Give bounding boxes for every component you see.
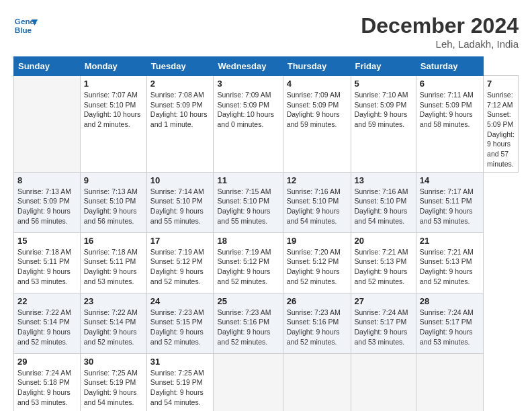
day-number: 28 <box>420 296 480 306</box>
cell-details: Sunrise: 7:08 AMSunset: 5:09 PMDaylight:… <box>150 90 210 130</box>
calendar-header-row: SundayMondayTuesdayWednesdayThursdayFrid… <box>14 57 519 76</box>
day-number: 10 <box>150 175 210 185</box>
calendar-week-1: 1Sunrise: 7:07 AMSunset: 5:10 PMDaylight… <box>14 76 519 173</box>
cell-details: Sunrise: 7:19 AMSunset: 5:12 PMDaylight:… <box>150 247 210 287</box>
title-area: December 2024 Leh, Ladakh, India <box>361 13 519 50</box>
cell-details: Sunrise: 7:09 AMSunset: 5:09 PMDaylight:… <box>287 90 347 130</box>
calendar-week-5: 29Sunrise: 7:24 AMSunset: 5:18 PMDayligh… <box>14 353 519 411</box>
cell-details: Sunrise: 7:21 AMSunset: 5:13 PMDaylight:… <box>420 247 480 287</box>
day-header-friday: Friday <box>351 57 416 76</box>
cell-details: Sunrise: 7:24 AMSunset: 5:17 PMDaylight:… <box>420 308 480 347</box>
calendar-cell: 3Sunrise: 7:09 AMSunset: 5:09 PMDaylight… <box>214 76 283 173</box>
calendar-cell: 29Sunrise: 7:24 AMSunset: 5:18 PMDayligh… <box>14 353 81 411</box>
cell-details: Sunrise: 7:23 AMSunset: 5:16 PMDaylight:… <box>287 308 347 347</box>
calendar-cell: 10Sunrise: 7:14 AMSunset: 5:10 PMDayligh… <box>146 172 214 232</box>
day-number: 7 <box>487 79 515 89</box>
cell-details: Sunrise: 7:22 AMSunset: 5:14 PMDaylight:… <box>17 308 77 347</box>
cell-details: Sunrise: 7:16 AMSunset: 5:10 PMDaylight:… <box>287 187 347 226</box>
calendar-cell: 6Sunrise: 7:11 AMSunset: 5:09 PMDaylight… <box>416 76 483 173</box>
calendar-week-3: 15Sunrise: 7:18 AMSunset: 5:11 PMDayligh… <box>14 232 519 293</box>
calendar-cell: 4Sunrise: 7:09 AMSunset: 5:09 PMDaylight… <box>283 76 351 173</box>
cell-details: Sunrise: 7:11 AMSunset: 5:09 PMDaylight:… <box>420 90 480 130</box>
day-number: 30 <box>84 357 143 367</box>
cell-details: Sunrise: 7:13 AMSunset: 5:09 PMDaylight:… <box>17 187 77 226</box>
day-number: 6 <box>420 79 480 89</box>
day-number: 21 <box>420 236 480 246</box>
calendar-cell: 31Sunrise: 7:25 AMSunset: 5:19 PMDayligh… <box>146 353 214 411</box>
calendar-cell: 28Sunrise: 7:24 AMSunset: 5:17 PMDayligh… <box>416 293 483 353</box>
location: Leh, Ladakh, India <box>361 38 519 50</box>
calendar-week-2: 8Sunrise: 7:13 AMSunset: 5:09 PMDaylight… <box>14 172 519 232</box>
calendar-cell <box>351 353 416 411</box>
cell-details: Sunrise: 7:15 AMSunset: 5:10 PMDaylight:… <box>217 187 279 226</box>
calendar-cell: 24Sunrise: 7:23 AMSunset: 5:15 PMDayligh… <box>146 293 214 353</box>
calendar-cell: 27Sunrise: 7:24 AMSunset: 5:17 PMDayligh… <box>351 293 416 353</box>
calendar-cell: 19Sunrise: 7:20 AMSunset: 5:12 PMDayligh… <box>283 232 351 293</box>
day-number: 11 <box>217 175 279 185</box>
calendar-cell: 30Sunrise: 7:25 AMSunset: 5:19 PMDayligh… <box>80 353 146 411</box>
logo: General Blue <box>13 13 38 38</box>
svg-text:Blue: Blue <box>15 26 32 34</box>
cell-details: Sunrise: 7:23 AMSunset: 5:15 PMDaylight:… <box>150 308 210 347</box>
day-header-sunday: Sunday <box>14 57 81 76</box>
cell-details: Sunrise: 7:10 AMSunset: 5:09 PMDaylight:… <box>355 90 412 130</box>
calendar-cell: 1Sunrise: 7:07 AMSunset: 5:10 PMDaylight… <box>80 76 146 173</box>
day-header-monday: Monday <box>80 57 146 76</box>
calendar-cell: 5Sunrise: 7:10 AMSunset: 5:09 PMDaylight… <box>351 76 416 173</box>
cell-details: Sunrise: 7:24 AMSunset: 5:17 PMDaylight:… <box>355 308 412 347</box>
calendar-cell: 12Sunrise: 7:16 AMSunset: 5:10 PMDayligh… <box>283 172 351 232</box>
calendar-cell: 23Sunrise: 7:22 AMSunset: 5:14 PMDayligh… <box>80 293 146 353</box>
day-header-wednesday: Wednesday <box>214 57 283 76</box>
calendar-cell: 13Sunrise: 7:16 AMSunset: 5:10 PMDayligh… <box>351 172 416 232</box>
day-number: 27 <box>355 296 412 306</box>
day-number: 19 <box>287 236 347 246</box>
cell-details: Sunrise: 7:21 AMSunset: 5:13 PMDaylight:… <box>355 247 412 287</box>
calendar-cell: 16Sunrise: 7:18 AMSunset: 5:11 PMDayligh… <box>80 232 146 293</box>
day-number: 25 <box>217 296 279 306</box>
day-number: 14 <box>420 175 480 185</box>
day-number: 3 <box>217 79 279 89</box>
cell-details: Sunrise: 7:16 AMSunset: 5:10 PMDaylight:… <box>355 187 412 226</box>
calendar-cell: 26Sunrise: 7:23 AMSunset: 5:16 PMDayligh… <box>283 293 351 353</box>
day-number: 1 <box>84 79 143 89</box>
calendar-cell <box>283 353 351 411</box>
day-number: 4 <box>287 79 347 89</box>
calendar-week-4: 22Sunrise: 7:22 AMSunset: 5:14 PMDayligh… <box>14 293 519 353</box>
day-number: 26 <box>287 296 347 306</box>
day-number: 12 <box>287 175 347 185</box>
calendar-cell: 17Sunrise: 7:19 AMSunset: 5:12 PMDayligh… <box>146 232 214 293</box>
day-header-saturday: Saturday <box>416 57 483 76</box>
day-number: 23 <box>84 296 143 306</box>
day-number: 13 <box>355 175 412 185</box>
calendar-cell: 9Sunrise: 7:13 AMSunset: 5:10 PMDaylight… <box>80 172 146 232</box>
month-year: December 2024 <box>361 13 519 38</box>
cell-details: Sunrise: 7:19 AMSunset: 5:12 PMDaylight:… <box>217 247 279 287</box>
calendar-cell: 21Sunrise: 7:21 AMSunset: 5:13 PMDayligh… <box>416 232 483 293</box>
calendar-cell: 14Sunrise: 7:17 AMSunset: 5:11 PMDayligh… <box>416 172 483 232</box>
calendar-cell: 20Sunrise: 7:21 AMSunset: 5:13 PMDayligh… <box>351 232 416 293</box>
calendar-cell <box>14 76 81 173</box>
day-number: 8 <box>17 175 77 185</box>
day-number: 15 <box>17 236 77 246</box>
calendar-table: SundayMondayTuesdayWednesdayThursdayFrid… <box>13 56 519 411</box>
calendar-cell: 22Sunrise: 7:22 AMSunset: 5:14 PMDayligh… <box>14 293 81 353</box>
calendar-cell: 8Sunrise: 7:13 AMSunset: 5:09 PMDaylight… <box>14 172 81 232</box>
cell-details: Sunrise: 7:24 AMSunset: 5:18 PMDaylight:… <box>17 368 77 408</box>
cell-details: Sunrise: 7:18 AMSunset: 5:11 PMDaylight:… <box>84 247 143 287</box>
day-number: 2 <box>150 79 210 89</box>
day-header-thursday: Thursday <box>283 57 351 76</box>
cell-details: Sunrise: 7:18 AMSunset: 5:11 PMDaylight:… <box>17 247 77 287</box>
calendar-cell <box>214 353 283 411</box>
cell-details: Sunrise: 7:17 AMSunset: 5:11 PMDaylight:… <box>420 187 480 226</box>
day-number: 31 <box>150 357 210 367</box>
day-number: 16 <box>84 236 143 246</box>
calendar-cell: 7Sunrise: 7:12 AMSunset: 5:09 PMDaylight… <box>484 76 519 173</box>
cell-details: Sunrise: 7:22 AMSunset: 5:14 PMDaylight:… <box>84 308 143 347</box>
calendar-cell: 25Sunrise: 7:23 AMSunset: 5:16 PMDayligh… <box>214 293 283 353</box>
cell-details: Sunrise: 7:13 AMSunset: 5:10 PMDaylight:… <box>84 187 143 226</box>
cell-details: Sunrise: 7:23 AMSunset: 5:16 PMDaylight:… <box>217 308 279 347</box>
cell-details: Sunrise: 7:25 AMSunset: 5:19 PMDaylight:… <box>150 368 210 408</box>
page-header: General Blue December 2024 Leh, Ladakh, … <box>13 13 519 50</box>
calendar-cell: 18Sunrise: 7:19 AMSunset: 5:12 PMDayligh… <box>214 232 283 293</box>
day-number: 9 <box>84 175 143 185</box>
